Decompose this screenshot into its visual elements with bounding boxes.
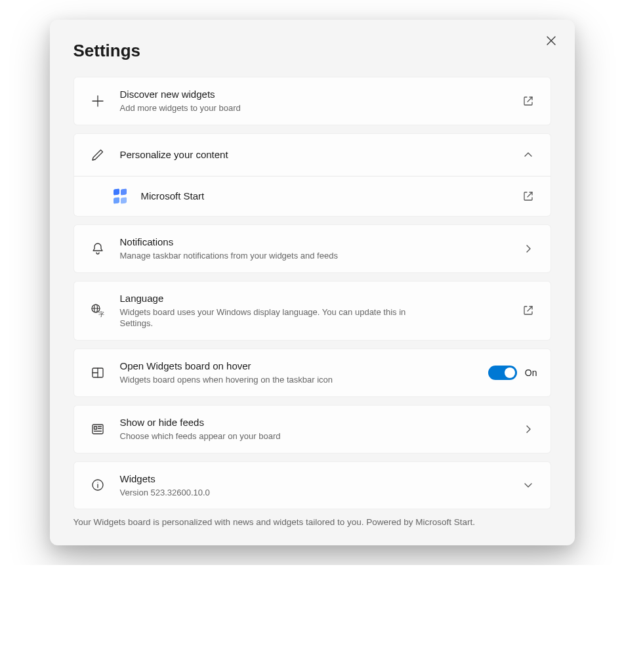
notifications-title: Notifications <box>120 236 507 249</box>
microsoft-start-label: Microsoft Start <box>141 190 507 203</box>
open-external-icon <box>519 301 537 320</box>
open-external-icon <box>519 187 537 205</box>
plus-icon <box>87 91 108 112</box>
hover-row[interactable]: Open Widgets board on hover Widgets boar… <box>74 349 551 396</box>
page-title: Settings <box>73 41 551 61</box>
footer-text: Your Widgets board is personalized with … <box>73 517 551 527</box>
about-title: Widgets <box>120 472 507 486</box>
discover-title: Discover new widgets <box>120 88 507 101</box>
personalize-card: Personalize your content Microsoft Start <box>73 133 551 217</box>
hover-desc: Widgets board opens when hovering on the… <box>120 374 409 386</box>
open-external-icon <box>519 92 537 110</box>
info-icon <box>87 474 108 495</box>
discover-desc: Add more widgets to your board <box>120 102 409 114</box>
language-row[interactable]: 字 Language Widgets board uses your Windo… <box>74 282 551 340</box>
about-card: Widgets Version 523.32600.10.0 <box>73 461 551 510</box>
discover-body: Discover new widgets Add more widgets to… <box>120 88 507 114</box>
svg-point-18 <box>97 482 98 483</box>
discover-row[interactable]: Discover new widgets Add more widgets to… <box>74 77 551 125</box>
hover-toggle[interactable] <box>488 366 517 380</box>
about-desc: Version 523.32600.10.0 <box>120 487 409 499</box>
microsoft-start-body: Microsoft Start <box>141 190 507 203</box>
feeds-title: Show or hide feeds <box>120 416 507 429</box>
board-icon <box>87 362 108 383</box>
language-card: 字 Language Widgets board uses your Windo… <box>73 281 551 341</box>
chevron-right-icon <box>519 240 537 258</box>
hover-toggle-group: On <box>488 366 537 380</box>
feeds-body: Show or hide feeds Choose which feeds ap… <box>120 416 507 442</box>
personalize-body: Personalize your content <box>120 148 507 161</box>
language-desc: Widgets board uses your Windows display … <box>120 306 409 329</box>
hover-card: Open Widgets board on hover Widgets boar… <box>73 348 551 397</box>
chevron-up-icon <box>519 146 537 164</box>
about-body: Widgets Version 523.32600.10.0 <box>120 472 507 499</box>
pencil-icon <box>87 144 108 165</box>
hover-toggle-label: On <box>525 368 537 378</box>
close-icon <box>547 36 556 45</box>
personalize-title: Personalize your content <box>120 148 507 161</box>
settings-panel: Settings Discover new widgets Add more w… <box>50 20 575 545</box>
notifications-card: Notifications Manage taskbar notificatio… <box>73 224 551 273</box>
microsoft-start-icon <box>114 188 129 204</box>
language-title: Language <box>120 292 507 305</box>
microsoft-start-row[interactable]: Microsoft Start <box>74 176 551 216</box>
globe-language-icon: 字 <box>87 300 108 321</box>
feeds-row[interactable]: Show or hide feeds Choose which feeds ap… <box>74 406 551 453</box>
chevron-right-icon <box>519 420 537 438</box>
bell-icon <box>87 238 108 259</box>
notifications-row[interactable]: Notifications Manage taskbar notificatio… <box>74 225 551 272</box>
personalize-row[interactable]: Personalize your content <box>74 134 551 176</box>
feed-icon <box>87 419 108 440</box>
language-body: Language Widgets board uses your Windows… <box>120 292 507 329</box>
feeds-desc: Choose which feeds appear on your board <box>120 430 409 442</box>
chevron-down-icon <box>519 476 537 494</box>
about-row[interactable]: Widgets Version 523.32600.10.0 <box>74 462 551 509</box>
close-button[interactable] <box>542 32 560 50</box>
svg-text:字: 字 <box>98 311 104 318</box>
hover-body: Open Widgets board on hover Widgets boar… <box>120 360 476 386</box>
feeds-card: Show or hide feeds Choose which feeds ap… <box>73 405 551 453</box>
notifications-body: Notifications Manage taskbar notificatio… <box>120 236 507 262</box>
hover-title: Open Widgets board on hover <box>120 360 476 373</box>
discover-card: Discover new widgets Add more widgets to… <box>73 77 551 125</box>
notifications-desc: Manage taskbar notifications from your w… <box>120 250 409 262</box>
svg-rect-12 <box>94 427 96 429</box>
